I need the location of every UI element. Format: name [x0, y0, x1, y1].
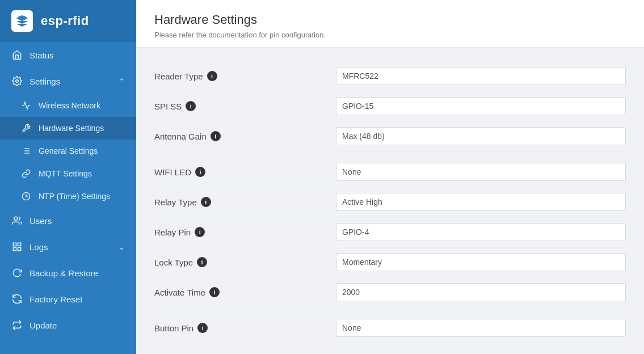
- info-icon-reader-type[interactable]: i: [207, 71, 217, 81]
- sidebar-item-wireless-network[interactable]: Wireless Network: [0, 94, 136, 117]
- info-icon-antenna-gain[interactable]: i: [211, 131, 221, 141]
- wireless-icon: [20, 100, 32, 111]
- field-activate-time: Activate Time i: [154, 277, 626, 307]
- wrench-icon: [20, 123, 32, 134]
- main-content: Hardware Settings Please refer the docum…: [136, 0, 644, 354]
- sidebar-label-factory-reset: Factory Reset: [30, 294, 82, 304]
- svg-marker-0: [16, 15, 28, 21]
- sidebar: esp-rfid Status Settings ⌃ Wireless N: [0, 0, 136, 354]
- field-wifi-led: WIFI LED i: [154, 157, 626, 187]
- svg-point-9: [14, 217, 18, 220]
- spacer-1: [154, 151, 626, 157]
- svg-rect-13: [13, 248, 16, 251]
- clock-icon: [20, 191, 32, 202]
- sidebar-item-users[interactable]: Users: [0, 208, 136, 234]
- sidebar-item-mqtt-settings[interactable]: MQTT Settings: [0, 162, 136, 185]
- page-header: Hardware Settings Please refer the docum…: [136, 0, 644, 48]
- label-antenna-gain: Antenna Gain i: [154, 131, 336, 141]
- label-activate-time: Activate Time i: [154, 287, 336, 297]
- users-icon: [11, 215, 23, 226]
- sidebar-item-hardware-settings[interactable]: Hardware Settings: [0, 117, 136, 140]
- input-reader-type[interactable]: [336, 67, 626, 85]
- label-lock-type: Lock Type i: [154, 257, 336, 267]
- info-icon-activate-time[interactable]: i: [209, 287, 220, 297]
- page-subtitle: Please refer the documentation for pin c…: [154, 31, 626, 39]
- backup-icon: [11, 267, 23, 279]
- chevron-down-icon: ⌄: [119, 243, 125, 251]
- info-icon-relay-type[interactable]: i: [201, 197, 211, 207]
- sidebar-label-general: General Settings: [39, 146, 98, 155]
- svg-rect-11: [18, 243, 21, 246]
- sidebar-item-backup-restore[interactable]: Backup & Restore: [0, 260, 136, 286]
- reset-icon: [11, 293, 23, 305]
- label-spi-ss: SPI SS i: [154, 101, 336, 111]
- info-icon-lock-type[interactable]: i: [197, 257, 207, 267]
- logo-icon: [11, 10, 33, 32]
- sidebar-item-general-settings[interactable]: General Settings: [0, 140, 136, 162]
- update-icon: [11, 319, 23, 331]
- sidebar-item-update[interactable]: Update: [0, 312, 136, 338]
- page-title: Hardware Settings: [154, 12, 626, 27]
- sidebar-item-ntp-settings[interactable]: NTP (Time) Settings: [0, 185, 136, 208]
- field-button-pin: Button Pin i: [154, 313, 626, 343]
- field-lock-type: Lock Type i: [154, 247, 626, 277]
- info-icon-relay-pin[interactable]: i: [195, 227, 205, 237]
- list-icon: [20, 145, 32, 157]
- sidebar-label-status: Status: [30, 50, 54, 60]
- sidebar-label-mqtt: MQTT Settings: [39, 169, 92, 178]
- form-content: Reader Type i SPI SS i Antenna Gain i: [136, 48, 644, 354]
- input-button-pin[interactable]: [336, 319, 626, 337]
- spacer-2: [154, 307, 626, 313]
- gear-icon: [11, 75, 23, 87]
- app-name: esp-rfid: [41, 14, 89, 28]
- input-relay-pin[interactable]: [336, 223, 626, 241]
- label-wifi-led: WIFI LED i: [154, 167, 336, 177]
- sidebar-label-settings: Settings: [30, 77, 60, 86]
- info-icon-button-pin[interactable]: i: [197, 323, 208, 333]
- sidebar-item-logs[interactable]: Logs ⌄: [0, 234, 136, 260]
- sidebar-logo: esp-rfid: [0, 0, 136, 42]
- info-icon-wifi-led[interactable]: i: [195, 167, 205, 177]
- link-icon: [20, 168, 32, 179]
- label-relay-pin: Relay Pin i: [154, 227, 336, 237]
- sidebar-label-users: Users: [30, 216, 52, 226]
- home-icon: [11, 49, 23, 61]
- field-spi-ss: SPI SS i: [154, 91, 626, 121]
- input-lock-type[interactable]: [336, 253, 626, 271]
- sidebar-item-settings[interactable]: Settings ⌃: [0, 68, 136, 94]
- field-antenna-gain: Antenna Gain i: [154, 121, 626, 151]
- svg-point-1: [16, 80, 19, 83]
- info-icon-spi-ss[interactable]: i: [186, 101, 196, 111]
- sidebar-label-update: Update: [30, 321, 57, 330]
- sidebar-label-wireless: Wireless Network: [39, 101, 100, 110]
- sidebar-label-backup: Backup & Restore: [30, 268, 98, 278]
- input-antenna-gain[interactable]: [336, 127, 626, 145]
- label-reader-type: Reader Type i: [154, 71, 336, 81]
- svg-rect-12: [18, 248, 21, 251]
- sidebar-label-ntp: NTP (Time) Settings: [39, 192, 110, 201]
- logs-icon: [11, 241, 23, 252]
- input-wifi-led[interactable]: [336, 163, 626, 181]
- label-relay-type: Relay Type i: [154, 197, 336, 207]
- label-button-pin: Button Pin i: [154, 323, 336, 333]
- svg-rect-10: [13, 243, 16, 246]
- sidebar-item-status[interactable]: Status: [0, 42, 136, 68]
- field-relay-pin: Relay Pin i: [154, 217, 626, 247]
- sidebar-item-factory-reset[interactable]: Factory Reset: [0, 286, 136, 312]
- field-reader-type: Reader Type i: [154, 61, 626, 91]
- sidebar-label-hardware: Hardware Settings: [39, 124, 104, 133]
- field-relay-type: Relay Type i: [154, 187, 626, 217]
- chevron-up-icon: ⌃: [119, 77, 125, 86]
- input-activate-time[interactable]: [336, 283, 626, 301]
- input-relay-type[interactable]: [336, 193, 626, 211]
- input-spi-ss[interactable]: [336, 97, 626, 115]
- sidebar-label-logs: Logs: [30, 242, 48, 252]
